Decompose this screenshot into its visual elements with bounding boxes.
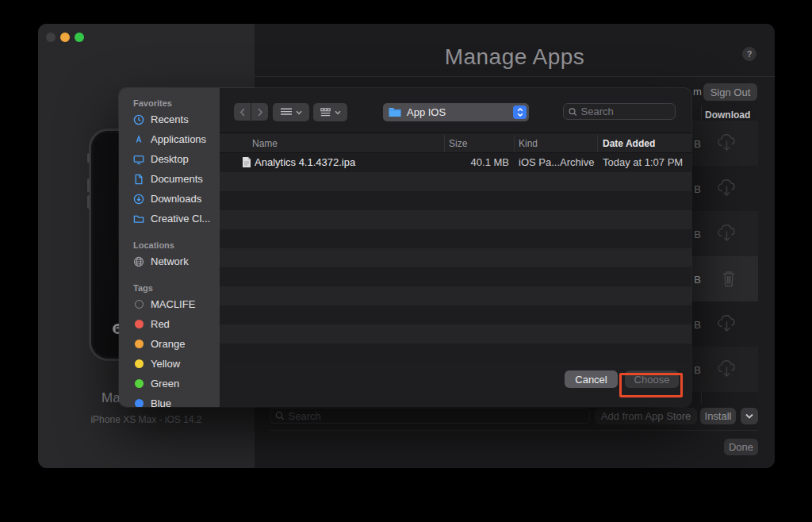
sidebar-item-documents[interactable]: Documents — [119, 169, 220, 189]
sidebar-tag-red[interactable]: Red — [119, 314, 220, 334]
sidebar-item-label: Recents — [151, 113, 189, 125]
sidebar-item-network[interactable]: Network — [119, 251, 220, 271]
column-header-date-added[interactable]: Date Added — [603, 138, 655, 149]
sidebar-item-creative-cloud[interactable]: Creative Cl... — [119, 209, 220, 228]
cancel-button[interactable]: Cancel — [565, 370, 618, 388]
chevron-down-icon — [296, 110, 302, 115]
search-icon — [275, 411, 285, 420]
dialog-search-input[interactable] — [581, 106, 670, 117]
grid-view-button[interactable] — [313, 103, 347, 121]
dialog-sidebar: Favorites Recents Applications Desktop — [119, 88, 220, 407]
cloud-download-icon[interactable] — [716, 134, 737, 153]
done-button[interactable]: Done — [724, 439, 758, 455]
column-header-kind[interactable]: Kind — [519, 138, 538, 149]
clock-icon — [132, 113, 145, 126]
minimize-button[interactable] — [60, 33, 70, 42]
popup-stepper-icon — [513, 106, 527, 119]
cloud-download-icon[interactable] — [716, 179, 737, 198]
sidebar-item-label: Creative Cl... — [151, 213, 210, 225]
sidebar-tag-blue[interactable]: Blue — [119, 393, 220, 407]
folder-icon — [132, 213, 145, 225]
sidebar-tag-maclife[interactable]: MACLIFE — [119, 294, 220, 314]
device-name: Ma — [102, 390, 121, 406]
cloud-download-icon[interactable] — [716, 315, 737, 334]
chevron-left-icon — [239, 108, 246, 117]
list-view-icon — [281, 108, 292, 117]
cloud-download-icon[interactable] — [716, 360, 737, 379]
empty-row — [220, 229, 691, 248]
sidebar-item-recents[interactable]: Recents — [119, 109, 220, 129]
file-row[interactable]: Analytics 4.1.4372.ipa 40.1 MB iOS Pa...… — [220, 153, 691, 172]
screen: Ma iPhone XS Max - iOS 14.2 Manage Apps … — [0, 0, 812, 522]
app-search-field[interactable] — [270, 408, 590, 424]
forward-button[interactable] — [251, 103, 268, 121]
phone-mute-switch — [87, 153, 90, 163]
sidebar-item-applications[interactable]: Applications — [119, 129, 220, 149]
footer-separator — [270, 430, 758, 431]
annotation-highlight-box — [619, 373, 683, 397]
empty-row — [220, 267, 691, 286]
sidebar-item-label: Applications — [151, 133, 206, 145]
sidebar-section-tags: Tags — [119, 283, 220, 294]
location-popup[interactable]: App IOS — [383, 103, 529, 121]
tag-orange-icon — [132, 338, 145, 351]
empty-row — [220, 248, 691, 267]
install-menu-button[interactable] — [741, 408, 758, 424]
add-from-app-store-button[interactable]: Add from App Store — [595, 408, 697, 424]
empty-row — [220, 191, 691, 210]
sidebar-item-label: Green — [151, 378, 179, 390]
dialog-search-field[interactable] — [563, 103, 676, 120]
sidebar-item-label: Documents — [151, 173, 203, 185]
file-name: Analytics 4.1.4372.ipa — [255, 156, 355, 168]
empty-row — [220, 172, 691, 191]
document-icon — [132, 173, 145, 186]
sidebar-tag-green[interactable]: Green — [119, 374, 220, 393]
empty-row — [220, 305, 691, 324]
empty-row — [220, 286, 691, 305]
column-divider — [514, 135, 515, 152]
tag-red-icon — [132, 318, 145, 331]
file-open-dialog: Favorites Recents Applications Desktop — [119, 88, 691, 407]
sidebar-item-downloads[interactable]: Downloads — [119, 189, 220, 209]
zoom-button[interactable] — [75, 33, 84, 42]
list-view-button[interactable] — [273, 103, 309, 121]
file-kind: iOS Pa...Archive — [519, 156, 594, 168]
sidebar-item-label: Network — [151, 255, 189, 267]
cloud-download-icon[interactable] — [716, 225, 737, 244]
sidebar-item-label: Red — [151, 318, 170, 330]
sidebar-tag-yellow[interactable]: Yellow — [119, 354, 220, 374]
globe-icon — [132, 255, 145, 268]
sidebar-item-label: Downloads — [151, 193, 201, 205]
file-list: Analytics 4.1.4372.ipa 40.1 MB iOS Pa...… — [220, 153, 691, 363]
account-text: m — [693, 86, 702, 98]
sidebar-item-label: Yellow — [151, 358, 180, 370]
column-header-size[interactable]: Size — [449, 138, 467, 149]
desktop-icon — [132, 153, 145, 166]
page-title: Manage Apps — [255, 44, 775, 70]
location-label: App IOS — [407, 106, 446, 118]
back-button[interactable] — [234, 103, 251, 121]
dialog-main: App IOS Name Size Kind Date Added — [220, 88, 691, 407]
sidebar-item-desktop[interactable]: Desktop — [119, 149, 220, 169]
sign-out-button[interactable]: Sign Out — [703, 83, 757, 101]
column-header-name[interactable]: Name — [252, 138, 278, 149]
downloads-icon — [132, 193, 145, 205]
sidebar-section-favorites: Favorites — [119, 98, 220, 109]
folder-icon — [389, 107, 401, 117]
trash-icon[interactable] — [720, 270, 737, 289]
phone-volume-down — [87, 195, 90, 209]
applications-icon — [132, 133, 145, 146]
title-separator — [255, 76, 775, 77]
file-size: 40.1 MB — [449, 156, 509, 168]
sidebar-tag-orange[interactable]: Orange — [119, 334, 220, 354]
close-button[interactable] — [46, 33, 56, 42]
grid-view-icon — [320, 108, 331, 117]
help-button[interactable]: ? — [742, 47, 756, 61]
install-button[interactable]: Install — [700, 408, 736, 424]
search-icon — [569, 107, 577, 117]
app-search-input[interactable] — [289, 410, 585, 422]
download-column-header: Download — [705, 109, 750, 121]
sidebar-item-label: Blue — [151, 397, 171, 407]
column-header-row: Name Size Kind Date Added — [220, 132, 691, 153]
empty-row — [220, 324, 691, 344]
